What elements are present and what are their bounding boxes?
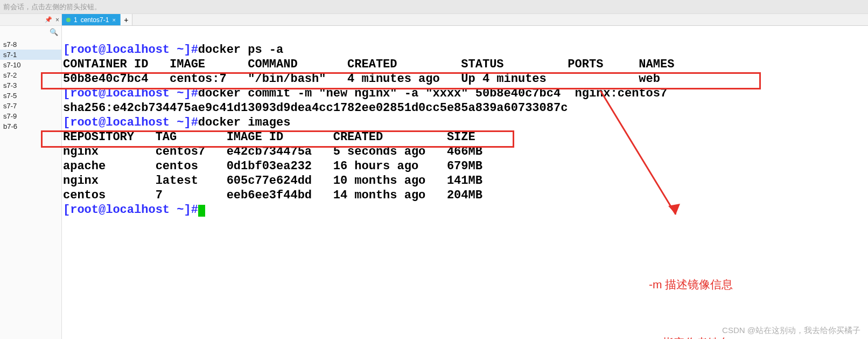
- img-row: nginx centos7 e42cb734475a 5 seconds ago…: [63, 145, 482, 158]
- img-row: nginx latest 605c77e624dd 10 months ago …: [63, 174, 482, 188]
- sidebar-item[interactable]: s7-7: [0, 101, 61, 111]
- prompt: [root@localhost ~]#: [63, 116, 198, 129]
- sidebar-item[interactable]: s7-5: [0, 91, 61, 101]
- tab-active[interactable]: 1 centos7-1 ×: [62, 14, 121, 25]
- cmd-commit: docker commit -m "new nginx" -a "xxxx" 5…: [198, 87, 667, 100]
- img-row: centos 7 eeb6ee3f44bd 14 months ago 204M…: [63, 189, 482, 202]
- ps-header: CONTAINER ID IMAGE COMMAND CREATED STATU…: [63, 58, 674, 71]
- sidebar-list: s7-8s7-1s7-10s7-2s7-3s7-5s7-7s7-9b7-6: [0, 38, 61, 132]
- sidebar-item[interactable]: s7-1: [0, 50, 61, 60]
- terminal[interactable]: [root@localhost ~]#docker ps -a CONTAINE…: [62, 26, 868, 336]
- pin-icon[interactable]: 📌: [45, 16, 52, 23]
- svg-line-0: [600, 91, 676, 215]
- content-area: 1 centos7-1 × + [root@localhost ~]#docke…: [62, 14, 868, 339]
- annotation-m: -m 描述镜像信息: [649, 275, 824, 294]
- sidebar-item[interactable]: s7-3: [0, 80, 61, 91]
- tab-index: 1: [74, 16, 78, 24]
- sidebar-filter-row: 🔍: [0, 26, 61, 38]
- watermark: CSDN @站在这别动，我去给你买橘子: [722, 326, 860, 336]
- img-row: apache centos 0d1bf03ea232 16 hours ago …: [63, 160, 482, 173]
- sidebar: 📌 × 🔍 s7-8s7-1s7-10s7-2s7-3s7-5s7-7s7-9b…: [0, 14, 62, 339]
- cmd-images: docker images: [198, 116, 291, 129]
- window-hint-bar: 前会话，点击左侧的箭头按钮。: [0, 0, 868, 14]
- sidebar-item[interactable]: s7-8: [0, 39, 61, 50]
- ps-row: 50b8e40c7bc4 centos:7 "/bin/bash" 4 minu…: [63, 72, 660, 86]
- add-tab-button[interactable]: +: [121, 14, 132, 25]
- sha-line: sha256:e42cb734475ae9c41d13093d9dea4cc17…: [63, 101, 568, 115]
- tab-label: centos7-1: [81, 16, 109, 24]
- plus-icon: +: [124, 16, 128, 24]
- sidebar-item[interactable]: s7-9: [0, 111, 61, 121]
- cursor: [198, 205, 205, 217]
- tab-bar: 1 centos7-1 × +: [62, 14, 868, 26]
- prompt: [root@localhost ~]#: [63, 203, 198, 217]
- arrow-icon: [590, 91, 697, 231]
- close-tab-icon[interactable]: ×: [112, 17, 115, 23]
- main-row: 📌 × 🔍 s7-8s7-1s7-10s7-2s7-3s7-5s7-7s7-9b…: [0, 14, 868, 339]
- annotation-box: -m 描述镜像信息 -a 指定作者姓名 commit 提交已经修改过的镜像生成 …: [649, 236, 824, 339]
- window-hint-text: 前会话，点击左侧的箭头按钮。: [3, 3, 101, 11]
- filter-icon[interactable]: 🔍: [50, 28, 58, 36]
- sidebar-item[interactable]: b7-6: [0, 121, 61, 132]
- svg-marker-1: [668, 204, 680, 215]
- sidebar-item[interactable]: s7-2: [0, 70, 61, 80]
- close-icon[interactable]: ×: [55, 16, 59, 24]
- sidebar-item[interactable]: s7-10: [0, 60, 61, 70]
- status-dot-icon: [66, 18, 71, 22]
- prompt: [root@localhost ~]#: [63, 87, 198, 100]
- cmd-ps: docker ps -a: [198, 43, 283, 57]
- sidebar-header: 📌 ×: [0, 14, 61, 26]
- img-header: REPOSITORY TAG IMAGE ID CREATED SIZE: [63, 130, 475, 144]
- prompt: [root@localhost ~]#: [63, 43, 198, 57]
